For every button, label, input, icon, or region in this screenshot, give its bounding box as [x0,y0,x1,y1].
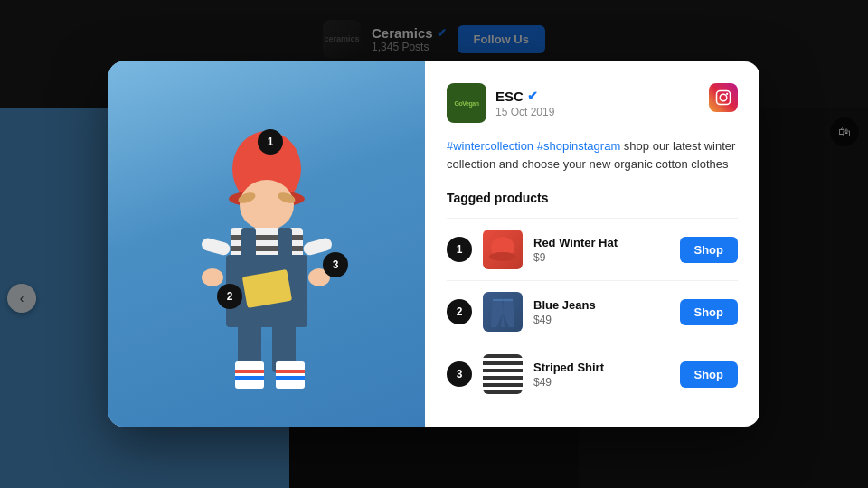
svg-point-2 [240,180,294,230]
svg-rect-23 [276,370,305,373]
jeans-icon [491,296,514,327]
hotspot-2[interactable]: 2 [217,284,242,309]
product-info-1: Red Winter Hat $9 [533,236,669,264]
product-num-2: 2 [447,299,472,324]
product-price-2: $49 [533,314,669,326]
shop-button-1[interactable]: Shop [680,237,739,263]
hat-icon [489,237,516,262]
product-name-3: Striped Shirt [533,361,669,374]
svg-point-27 [720,94,727,101]
shop-button-3[interactable]: Shop [680,361,739,388]
product-list: 1 Red Winter Hat $9 Shop [447,218,738,405]
modal-image-bg: 1 2 3 [108,61,425,427]
profile-name-text: ESC [495,89,524,104]
modal-image-panel: 1 2 3 [108,61,425,427]
svg-point-15 [202,268,223,286]
profile-name: ESC ✔ [495,89,554,104]
svg-point-28 [726,93,728,95]
product-num-1-label: 1 [457,243,463,256]
instagram-icon [709,83,738,112]
instagram-svg [715,89,731,106]
product-price-1: $9 [533,251,669,264]
modal-profile: GoVegan ESC ✔ 15 Oct 2019 [447,83,554,123]
product-name-2: Blue Jeans [533,298,669,312]
hotspot-3-label: 3 [333,258,339,271]
hotspot-3[interactable]: 3 [323,252,348,277]
modal-overlay: 1 2 3 GoVegan [0,0,868,488]
product-thumb-1 [483,230,523,269]
verified-checkmark: ✔ [527,89,538,103]
product-thumb-2 [483,292,523,332]
hotspot-2-label: 2 [227,290,233,303]
tagged-products-title: Tagged products [447,191,738,205]
product-num-2-label: 2 [457,305,463,318]
svg-rect-22 [235,376,264,380]
product-item-1: 1 Red Winter Hat $9 Shop [447,218,738,280]
modal-content-panel: GoVegan ESC ✔ 15 Oct 2019 [425,61,760,427]
hotspot-1[interactable]: 1 [258,129,283,155]
product-num-1: 1 [447,237,472,262]
hotspot-1-label: 1 [268,136,274,148]
product-info-2: Blue Jeans $49 [533,298,669,326]
hashtag-text[interactable]: #wintercollection #shopinstagram [447,139,620,153]
product-num-3-label: 3 [457,368,463,380]
shop-button-2[interactable]: Shop [680,299,739,325]
svg-rect-24 [276,376,305,380]
svg-rect-21 [235,370,264,373]
post-caption: #wintercollection #shopinstagram shop ou… [447,137,738,173]
avatar-label: GoVegan [455,100,479,107]
svg-rect-19 [235,361,264,389]
product-thumb-3 [483,354,523,394]
svg-point-30 [489,252,516,261]
profile-avatar: GoVegan [447,83,486,123]
product-name-1: Red Winter Hat [533,236,669,249]
product-modal: 1 2 3 GoVegan [108,61,760,427]
svg-rect-20 [276,361,305,389]
product-info-3: Striped Shirt $49 [533,361,669,389]
svg-rect-13 [200,237,231,257]
product-item-3: 3 Striped Shirt $49 Shop [447,343,738,405]
post-date: 15 Oct 2019 [495,106,554,118]
modal-header: GoVegan ESC ✔ 15 Oct 2019 [447,83,738,123]
product-item-2: 2 Blue Jeans $49 Shop [447,280,738,343]
profile-name-row: ESC ✔ 15 Oct 2019 [495,89,554,118]
svg-rect-26 [717,91,731,105]
svg-rect-12 [278,228,292,259]
product-price-3: $49 [533,376,669,389]
svg-rect-11 [241,228,256,259]
product-num-3: 3 [447,361,472,387]
